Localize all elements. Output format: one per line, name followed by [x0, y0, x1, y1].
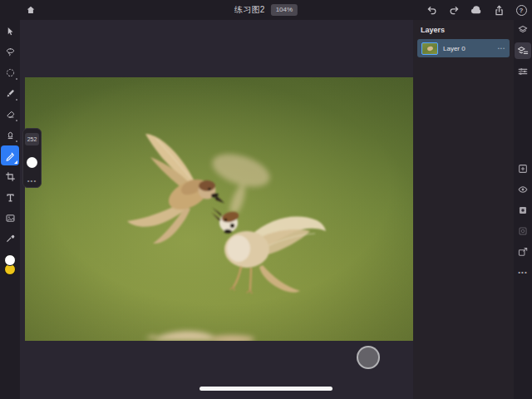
- lasso-transform-tool[interactable]: [0, 42, 20, 62]
- layer-properties-icon[interactable]: [515, 63, 531, 80]
- type-tool[interactable]: [0, 187, 20, 207]
- subtool-dot: [16, 120, 17, 121]
- share-export-icon[interactable]: [490, 1, 508, 19]
- add-layer-icon[interactable]: [515, 160, 531, 177]
- healing-brush-tool[interactable]: [1, 145, 19, 165]
- more-options-icon[interactable]: •••: [515, 264, 531, 281]
- document-canvas[interactable]: [25, 77, 413, 341]
- home-icon[interactable]: [22, 1, 40, 19]
- brush-tool[interactable]: [0, 83, 20, 103]
- document-title: 练习图2: [234, 4, 265, 16]
- subtool-notch: [14, 160, 17, 164]
- cloud-sync-icon[interactable]: [467, 1, 485, 19]
- tool-options-strip: 252 •••: [22, 128, 42, 188]
- selection-tool[interactable]: [0, 62, 20, 82]
- topbar-actions: ?: [422, 0, 530, 20]
- crop-tool[interactable]: [0, 166, 20, 186]
- touch-shortcut-button[interactable]: [357, 346, 380, 369]
- layer-row[interactable]: Layer 0 •••: [417, 39, 510, 57]
- brush-size-field[interactable]: 252: [25, 133, 39, 145]
- layer-detail-icon[interactable]: [515, 42, 531, 59]
- document-title-group: 练习图2 104%: [234, 0, 298, 20]
- subtool-dot: [16, 99, 17, 101]
- undo-icon[interactable]: [422, 1, 441, 19]
- adjustment-icon[interactable]: [515, 223, 531, 239]
- eraser-tool[interactable]: [0, 104, 20, 124]
- zoom-level-badge[interactable]: 104%: [271, 4, 298, 16]
- subtool-dot: [16, 78, 17, 80]
- layer-mask-icon[interactable]: [515, 202, 531, 219]
- layers-panel: Layers Layer 0 •••: [413, 20, 514, 399]
- layers-panel-title: Layers: [413, 20, 514, 39]
- panel-rail: •••: [514, 20, 532, 399]
- layer-name: Layer 0: [443, 45, 498, 52]
- home-indicator[interactable]: [200, 387, 332, 391]
- eyedropper-tool[interactable]: [0, 229, 20, 249]
- redo-icon[interactable]: [445, 1, 463, 19]
- top-bar: 练习图2 104% ?: [0, 0, 532, 20]
- move-tool[interactable]: [0, 21, 20, 41]
- place-photo-tool[interactable]: [0, 208, 20, 228]
- clone-stamp-tool[interactable]: [0, 125, 20, 145]
- layer-thumbnail[interactable]: [421, 42, 438, 55]
- subtool-dot: [16, 140, 17, 142]
- tool-rail: [0, 20, 20, 399]
- export-send-icon[interactable]: [515, 244, 531, 260]
- photoshop-ipad-app: 练习图2 104% ?: [0, 0, 532, 399]
- color-swatch[interactable]: [0, 253, 20, 281]
- layers-icon[interactable]: [515, 22, 531, 38]
- brush-color-chip[interactable]: [27, 157, 37, 168]
- sparrows-photo: [25, 77, 413, 341]
- visibility-icon[interactable]: [515, 181, 531, 198]
- foreground-color-chip[interactable]: [4, 254, 16, 266]
- tool-options-more[interactable]: •••: [27, 180, 37, 183]
- help-icon[interactable]: ?: [512, 1, 530, 19]
- layer-options-icon[interactable]: •••: [498, 46, 505, 51]
